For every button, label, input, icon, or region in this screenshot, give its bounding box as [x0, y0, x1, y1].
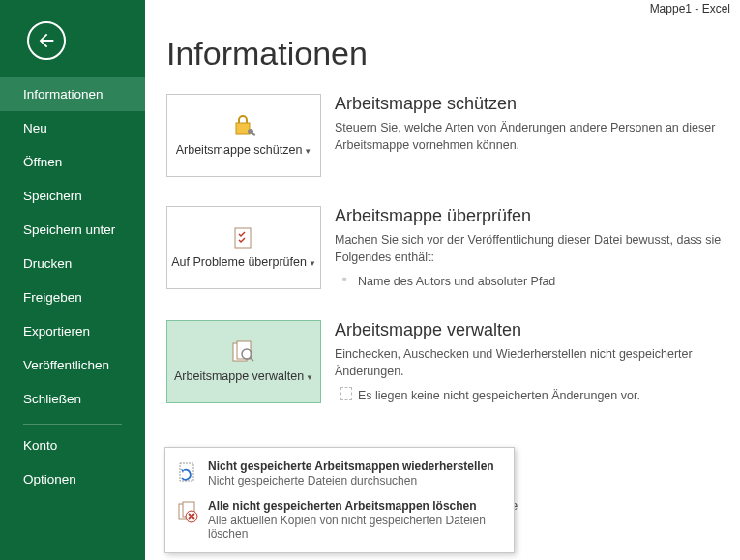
protect-button-label: Arbeitsmappe schützen▼ — [176, 143, 312, 159]
nav-optionen[interactable]: Optionen — [0, 462, 145, 496]
section-inspect: Auf Probleme überprüfen▼ Arbeitsmappe üb… — [166, 206, 740, 291]
nav-informationen[interactable]: Informationen — [0, 77, 145, 111]
protect-workbook-button[interactable]: Arbeitsmappe schützen▼ — [166, 94, 321, 177]
section-protect: Arbeitsmappe schützen▼ Arbeitsmappe schü… — [166, 94, 740, 177]
manage-desc: Einchecken, Auschecken und Wiederherstel… — [335, 346, 722, 380]
recover-sub: Nicht gespeicherte Dateien durchsuchen — [208, 474, 494, 487]
checklist-icon — [228, 224, 259, 251]
nav-oeffnen[interactable]: Öffnen — [0, 145, 145, 179]
nav-exportieren[interactable]: Exportieren — [0, 314, 145, 348]
manage-dropdown-menu: Nicht gespeicherte Arbeitsmappen wiederh… — [164, 447, 515, 553]
recover-unsaved-item[interactable]: Nicht gespeicherte Arbeitsmappen wiederh… — [165, 454, 514, 493]
nav-schliessen[interactable]: Schließen — [0, 382, 145, 416]
delete-unsaved-item[interactable]: Alle nicht gespeicherten Arbeitsmappen l… — [165, 493, 514, 546]
section-manage: Arbeitsmappe verwalten▼ Arbeitsmappe ver… — [166, 320, 740, 405]
inspect-item: Name des Autors und absoluter Pfad — [335, 272, 722, 291]
nav-veroeffentlichen[interactable]: Veröffentlichen — [0, 348, 145, 382]
delete-title: Alle nicht gespeicherten Arbeitsmappen l… — [208, 499, 504, 513]
manage-heading: Arbeitsmappe verwalten — [335, 320, 722, 340]
inspect-desc: Machen Sie sich vor der Veröffentlichung… — [335, 232, 722, 266]
chevron-down-icon: ▼ — [306, 373, 313, 382]
nav-konto[interactable]: Konto — [0, 428, 145, 462]
recover-title: Nicht gespeicherte Arbeitsmappen wiederh… — [208, 459, 494, 473]
inspect-button-label: Auf Probleme überprüfen▼ — [171, 255, 316, 271]
protect-heading: Arbeitsmappe schützen — [335, 94, 722, 114]
nav-drucken[interactable]: Drucken — [0, 247, 145, 280]
manage-item: Es liegen keine nicht gespeicherten Ände… — [335, 386, 722, 405]
nav-speichern-unter[interactable]: Speichern unter — [0, 213, 145, 247]
protect-desc: Steuern Sie, welche Arten von Änderungen… — [335, 120, 722, 154]
manage-icon — [228, 339, 259, 366]
chevron-down-icon: ▼ — [309, 259, 316, 268]
nav-freigeben[interactable]: Freigeben — [0, 280, 145, 314]
nav-neu[interactable]: Neu — [0, 111, 145, 145]
manage-button-label: Arbeitsmappe verwalten▼ — [174, 369, 313, 385]
inspect-workbook-button[interactable]: Auf Probleme überprüfen▼ — [166, 206, 321, 289]
backstage-sidebar: Informationen Neu Öffnen Speichern Speic… — [0, 0, 145, 560]
manage-workbook-button[interactable]: Arbeitsmappe verwalten▼ — [166, 320, 321, 403]
nav-speichern[interactable]: Speichern — [0, 179, 145, 213]
arrow-left-icon — [36, 30, 57, 51]
svg-rect-0 — [236, 123, 250, 134]
nav-list: Informationen Neu Öffnen Speichern Speic… — [0, 77, 145, 496]
lock-icon — [228, 112, 259, 139]
page-title: Informationen — [166, 35, 740, 73]
chevron-down-icon: ▼ — [304, 147, 311, 156]
back-button[interactable] — [27, 21, 66, 60]
inspect-heading: Arbeitsmappe überprüfen — [335, 206, 722, 226]
svg-rect-3 — [235, 228, 251, 248]
delete-sub: Alle aktuellen Kopien von nicht gespeich… — [208, 514, 504, 541]
delete-icon — [175, 499, 202, 526]
recover-icon — [175, 459, 202, 486]
